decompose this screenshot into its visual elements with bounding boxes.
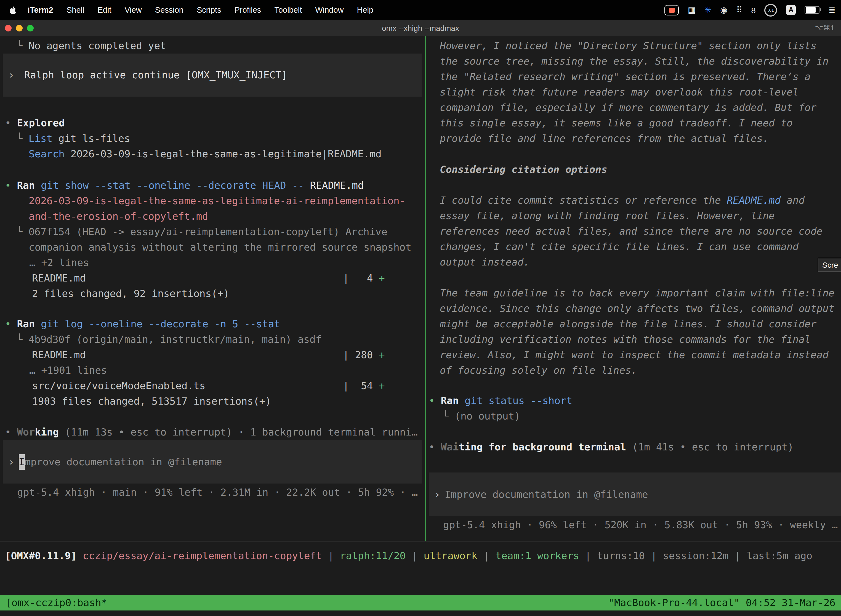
pane-divider-vertical[interactable] bbox=[425, 36, 426, 541]
omx-branch-path: cczip/essay/ai-reimplementation-copyleft bbox=[83, 550, 322, 561]
tmux-session-window: [omx-cczip0:bash* bbox=[6, 595, 107, 610]
window-shortcut-badge: ⌥⌘1 bbox=[815, 24, 834, 32]
menu-view[interactable]: View bbox=[125, 6, 142, 14]
block-cursor: I bbox=[19, 454, 25, 469]
ran-git-show-line: • Ran git show --stat --oneline --decora… bbox=[0, 178, 425, 193]
tmux-status-bar: [omx-cczip0:bash* "MacBook-Pro-44.local"… bbox=[0, 595, 841, 610]
close-button[interactable] bbox=[5, 25, 12, 31]
omx-session: session:12m bbox=[663, 550, 728, 561]
working-status-line: • Working (11m 13s • esc to interrupt) ·… bbox=[0, 424, 425, 440]
menu-toolbelt[interactable]: Toolbelt bbox=[274, 6, 302, 14]
grid-icon[interactable]: ▦ bbox=[687, 5, 695, 15]
screen-recording-indicator-icon[interactable] bbox=[664, 5, 679, 15]
ran-git-status-line: • Ran git status --short bbox=[426, 393, 841, 408]
explored-list-line: └ List git ls-files bbox=[0, 131, 425, 146]
readme-link[interactable]: README.md bbox=[727, 194, 781, 206]
battery-icon[interactable] bbox=[805, 6, 820, 14]
explored-search-line: Search 2026-03-09-is-legal-the-same-as-l… bbox=[0, 146, 425, 162]
tmux-pane-left: └ No agents completed yet ›Ralph loop ac… bbox=[0, 36, 425, 543]
terminal-area: └ No agents completed yet ›Ralph loop ac… bbox=[0, 36, 841, 616]
model-status-line-right: gpt-5.4 xhigh · 96% left · 520K in · 5.8… bbox=[426, 517, 841, 532]
dots-grid-icon[interactable]: ⠿ bbox=[736, 5, 742, 15]
reasoning-heading: Considering citation options bbox=[426, 162, 841, 177]
minimize-button[interactable] bbox=[16, 25, 23, 31]
commit-message-line-1: └ 067f154 (HEAD -> essay/ai-reimplementa… bbox=[0, 224, 425, 239]
ran-git-log-line: • Ran git log --oneline --decorate -n 5 … bbox=[0, 316, 425, 332]
menu-help[interactable]: Help bbox=[357, 6, 374, 14]
omx-ralph-counter: ralph:11/20 bbox=[340, 550, 406, 561]
more-lines-note-1: … +2 lines bbox=[0, 255, 425, 270]
menu-session[interactable]: Session bbox=[155, 6, 183, 14]
input-source-icon[interactable]: A bbox=[786, 5, 796, 15]
menu-edit[interactable]: Edit bbox=[97, 6, 111, 14]
macos-menu-bar: iTerm2 Shell Edit View Session Scripts P… bbox=[0, 0, 841, 20]
reasoning-paragraph-2: I could cite commit statistics or refere… bbox=[426, 193, 838, 270]
diffstat-summary-2: 1903 files changed, 513517 insertions(+) bbox=[0, 393, 425, 409]
menu-shell[interactable]: Shell bbox=[66, 6, 84, 14]
traffic-lights bbox=[5, 20, 34, 36]
apple-logo-icon[interactable] bbox=[9, 5, 16, 15]
prompt-input-right[interactable]: ›Improve documentation in @filename bbox=[429, 472, 841, 516]
diffstat-line-1: README.md | 4 + bbox=[0, 270, 425, 286]
essay-filename-line-2: and-the-erosion-of-copyleft.md bbox=[0, 209, 425, 224]
omx-status-bar: [OMX#0.11.9] cczip/essay/ai-reimplementa… bbox=[0, 548, 841, 563]
log-commit-line: └ 4b9d30f (origin/main, instructkr/main,… bbox=[0, 332, 425, 347]
diffstat-summary-1: 2 files changed, 92 insertions(+) bbox=[0, 286, 425, 301]
more-lines-note-2: … +1901 lines bbox=[0, 363, 425, 378]
diffstat-line-3: src/voice/voiceModeEnabled.ts | 54 + bbox=[0, 378, 425, 393]
menu-app-name[interactable]: iTerm2 bbox=[28, 6, 53, 14]
screen-share-button[interactable]: Scre bbox=[818, 258, 841, 272]
omx-turns: turns:10 bbox=[597, 550, 645, 561]
spark-icon[interactable]: ✳ bbox=[705, 5, 711, 15]
eight-icon[interactable]: 8 bbox=[751, 5, 756, 15]
commit-message-line-2: companion analysis without altering the … bbox=[0, 239, 425, 255]
menu-window[interactable]: Window bbox=[315, 6, 343, 14]
omx-last: last:5m ago bbox=[747, 550, 812, 561]
omx-team: team:1 workers bbox=[495, 550, 579, 561]
window-title-bar: omx --xhigh --madmax ⌥⌘1 bbox=[0, 20, 841, 36]
pane-divider-horizontal bbox=[0, 541, 841, 541]
no-output-line: └ (no output) bbox=[426, 408, 841, 424]
prompt-input-left[interactable]: ›Improve documentation in @filename bbox=[3, 440, 422, 484]
waiting-status-line: • Waiting for background terminal (1m 41… bbox=[426, 439, 841, 455]
zoom-button[interactable] bbox=[27, 25, 34, 31]
ralph-inject-banner: ›Ralph loop active continue [OMX_TMUX_IN… bbox=[3, 54, 422, 97]
essay-filename-line-1: 2026-03-09-is-legal-the-same-as-legitima… bbox=[0, 193, 425, 209]
menu-lines-icon[interactable]: ≣ bbox=[829, 5, 835, 15]
omx-mode: ultrawork bbox=[423, 550, 477, 561]
recording-dot bbox=[668, 7, 675, 12]
battery-gauge-icon[interactable]: .61 bbox=[765, 4, 777, 16]
tmux-pane-right: However, I noticed the "Directory Struct… bbox=[426, 36, 841, 543]
tmux-host-clock: "MacBook-Pro-44.local" 04:52 31-Mar-26 bbox=[608, 595, 835, 610]
disc-icon[interactable]: ◉ bbox=[720, 5, 727, 15]
reasoning-paragraph-1: However, I noticed the "Directory Struct… bbox=[426, 38, 838, 146]
menu-scripts[interactable]: Scripts bbox=[197, 6, 221, 14]
menu-profiles[interactable]: Profiles bbox=[234, 6, 261, 14]
battery-fill bbox=[806, 7, 816, 13]
agents-note: └ No agents completed yet bbox=[0, 38, 425, 54]
menu-bar-status-icons: ▦ ✳ ◉ ⠿ 8 .61 A ≣ bbox=[664, 4, 835, 16]
model-status-line-left: gpt-5.4 xhigh · main · 91% left · 2.31M … bbox=[0, 485, 425, 500]
reasoning-paragraph-3: The team guideline is to back every impo… bbox=[426, 285, 838, 378]
diffstat-line-2: README.md | 280 + bbox=[0, 347, 425, 363]
explored-header: • Explored bbox=[0, 115, 425, 131]
window-title: omx --xhigh --madmax bbox=[382, 23, 459, 32]
